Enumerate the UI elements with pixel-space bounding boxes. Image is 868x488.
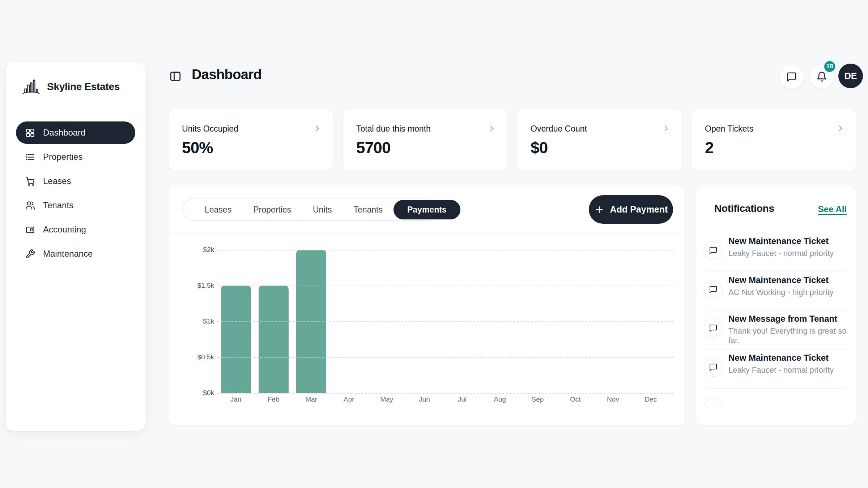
stat-value: 5700 (356, 139, 391, 157)
sidebar-item-label: Properties (43, 152, 82, 162)
sidebar-item-maintenance[interactable]: Maintenance (16, 243, 135, 265)
sidebar-toggle-button[interactable] (169, 70, 182, 82)
chat-bubble-icon (703, 280, 723, 299)
chat-bubble-icon (703, 358, 723, 377)
sidebar-item-label: Tenants (43, 200, 73, 210)
y-axis-tick-label: $1k (174, 317, 214, 325)
stat-card-open-tickets[interactable]: Open Tickets2 (691, 109, 856, 171)
sidebar-item-leases[interactable]: Leases (16, 170, 135, 192)
divider (706, 388, 846, 389)
notification-item[interactable]: New Maintenance TicketAC Not Working - h… (695, 270, 856, 309)
x-axis-tick-label: Oct (557, 395, 594, 403)
wrench-icon (25, 249, 35, 259)
bar-feb (259, 286, 289, 393)
chart-gridline (217, 250, 674, 251)
sidebar: Skyline Estates DashboardPropertiesLease… (6, 62, 145, 431)
chevron-right-icon (487, 124, 497, 133)
chat-bubble-icon (703, 318, 723, 338)
stat-card-total-due-this-month[interactable]: Total due this month5700 (342, 109, 508, 171)
notification-title: New Maintenance Ticket (728, 353, 829, 363)
bar-jan (221, 286, 251, 393)
x-axis-tick-label: Apr (330, 395, 368, 403)
stat-label: Open Tickets (705, 124, 753, 134)
x-axis-tick-label: Mar (293, 395, 330, 403)
x-axis-tick-label: Nov (594, 395, 632, 403)
sidebar-item-dashboard[interactable]: Dashboard (16, 121, 135, 144)
messages-button[interactable] (780, 65, 804, 89)
skyline-buildings-icon (21, 77, 41, 97)
sidebar-item-label: Leases (43, 176, 71, 186)
page-title: Dashboard (192, 67, 261, 82)
brand-name: Skyline Estates (47, 81, 120, 93)
chevron-right-icon (661, 124, 671, 133)
chart-gridline (217, 321, 674, 322)
notification-item[interactable]: New Message from TenantThank you! Everyt… (695, 309, 856, 348)
y-axis-tick-label: $2k (174, 246, 214, 254)
notification-title: New Maintenance Ticket (728, 236, 829, 246)
users-icon (25, 201, 35, 210)
stat-value: 2 (705, 139, 714, 157)
wallet-icon (25, 225, 35, 235)
cart-icon (25, 176, 35, 186)
notification-title: New Message from Tenant (728, 314, 837, 324)
y-axis-tick-label: $0k (174, 389, 214, 397)
payments-bar-chart: $0k$0.5k$1k$1.5k$2kJanFebMarAprMayJunJul… (169, 185, 685, 425)
notification-item[interactable]: New Maintenance TicketLeaky Faucet - nor… (695, 348, 856, 387)
bell-icon (816, 71, 827, 82)
notification-subtitle: AC Not Working - high priority (728, 288, 834, 297)
stat-label: Units Occupied (182, 124, 238, 134)
notifications-title: Notifications (714, 203, 774, 214)
list-icon (25, 152, 35, 162)
notifications-panel: Notifications See All New Maintenance Ti… (695, 185, 856, 426)
x-axis-tick-label: Jul (443, 395, 481, 403)
sidebar-item-label: Dashboard (43, 128, 85, 138)
stat-card-units-occupied[interactable]: Units Occupied50% (168, 109, 333, 171)
x-axis-tick-label: Feb (255, 395, 292, 403)
stat-label: Overdue Count (531, 124, 587, 134)
sidebar-item-tenants[interactable]: Tenants (16, 194, 135, 217)
sidebar-item-label: Maintenance (43, 249, 93, 259)
chart-gridline (217, 393, 674, 394)
stat-label: Total due this month (356, 124, 431, 134)
brand: Skyline Estates (21, 77, 120, 97)
sidebar-item-accounting[interactable]: Accounting (16, 218, 135, 241)
y-axis-tick-label: $0.5k (174, 353, 214, 361)
chat-bubble-icon (703, 398, 723, 407)
x-axis-tick-label: Jan (217, 395, 255, 403)
chevron-right-icon (836, 124, 845, 133)
x-axis-tick-label: May (368, 395, 405, 403)
notification-subtitle: Thank you! Everything is great so far. (728, 326, 856, 345)
x-axis-tick-label: Jun (406, 395, 443, 403)
x-axis-tick-label: Aug (481, 395, 519, 403)
x-axis-tick-label: Dec (632, 395, 669, 403)
grid-icon (25, 128, 35, 138)
see-all-link[interactable]: See All (818, 204, 847, 214)
y-axis-tick-label: $1.5k (174, 282, 214, 290)
chat-bubble-icon (703, 241, 723, 260)
chevron-right-icon (313, 124, 322, 133)
notification-item[interactable]: New Maintenance TicketLeaky Faucet - nor… (695, 231, 856, 270)
user-avatar[interactable]: DE (838, 64, 863, 88)
notification-subtitle: Leaky Faucet - normal priority (728, 249, 834, 258)
notification-subtitle: Leaky Faucet - normal priority (728, 365, 834, 375)
sidebar-item-label: Accounting (43, 224, 86, 235)
chart-gridline (217, 286, 674, 286)
notification-item-partial (703, 398, 723, 407)
stat-card-overdue-count[interactable]: Overdue Count$0 (517, 109, 682, 171)
stat-value: $0 (531, 139, 548, 157)
chat-bubble-icon (786, 72, 797, 82)
notification-count-badge: 18 (823, 60, 836, 73)
sidebar-nav: DashboardPropertiesLeasesTenantsAccounti… (16, 121, 135, 267)
sidebar-item-properties[interactable]: Properties (16, 146, 135, 168)
stat-value: 50% (182, 139, 213, 157)
x-axis-tick-label: Sep (519, 395, 556, 403)
chart-gridline (217, 357, 674, 358)
notification-title: New Maintenance Ticket (728, 275, 829, 285)
payments-panel: LeasesPropertiesUnitsTenantsPayments Add… (168, 185, 686, 426)
